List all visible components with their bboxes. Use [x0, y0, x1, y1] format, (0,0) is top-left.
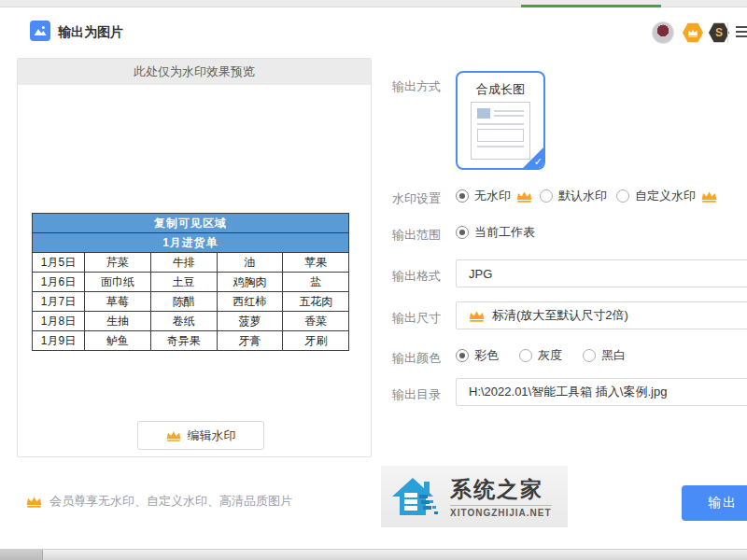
cell: 面巾纸	[85, 273, 151, 292]
coin-badge-icon[interactable]: S	[709, 22, 729, 43]
preview-banner: 此处仅为水印效果预览	[18, 59, 371, 85]
output-color-label: 输出颜色	[392, 350, 441, 367]
watermark-preview-panel: 此处仅为水印效果预览 复制可见区域 1月进货单 1月5日 芹菜 牛排 油 苹果 …	[17, 58, 372, 457]
radio-label: 灰度	[538, 347, 562, 364]
cell: 1月6日	[33, 273, 85, 292]
edit-watermark-button[interactable]: 编辑水印	[137, 421, 264, 450]
site-logo-en: XITONGZHIJIA.NET	[450, 505, 552, 518]
radio-label: 默认水印	[558, 188, 607, 204]
cell: 牛排	[150, 253, 217, 273]
table-row: 1月6日 面巾纸 土豆 鸡胸肉 盐	[33, 273, 349, 292]
cell: 陈醋	[150, 292, 217, 312]
radio-color[interactable]: 彩色	[456, 347, 499, 364]
output-format-select[interactable]: JPG	[456, 259, 747, 287]
radio-icon[interactable]	[456, 189, 469, 203]
crown-icon	[26, 496, 42, 508]
user-avatar[interactable]	[652, 21, 674, 44]
background-app-status-bar	[0, 549, 747, 560]
table-row: 1月8日 生抽 卷纸 菠萝 香菜	[33, 312, 349, 331]
preview-table: 复制可见区域 1月进货单 1月5日 芹菜 牛排 油 苹果 1月6日 面巾纸 土豆…	[32, 213, 349, 351]
radio-icon[interactable]	[456, 226, 469, 239]
crown-icon	[469, 310, 485, 322]
cell: 苹果	[283, 253, 349, 273]
radio-icon[interactable]	[456, 349, 469, 362]
cell: 卷纸	[150, 312, 217, 331]
output-format-value: JPG	[469, 267, 492, 281]
background-app-top-strip	[0, 0, 747, 7]
crown-icon	[701, 190, 717, 203]
cell: 奇异果	[150, 331, 217, 351]
output-range-label: 输出范围	[392, 227, 441, 244]
radio-label: 无水印	[474, 188, 511, 204]
cell: 1月7日	[33, 292, 85, 312]
radio-label: 彩色	[474, 347, 499, 364]
table-title: 复制可见区域	[33, 214, 349, 233]
cell: 鲈鱼	[85, 331, 151, 351]
cell: 西红柿	[217, 292, 283, 312]
table-subheader-row: 1月进货单	[33, 233, 349, 253]
cell: 1月9日	[33, 331, 85, 351]
output-size-select[interactable]: 标清(放大至默认尺寸2倍)	[456, 301, 747, 329]
radio-icon[interactable]	[519, 349, 532, 362]
crown-icon	[166, 430, 181, 441]
output-directory-input[interactable]: H:\2022.01\智能工具箱 插入\案例.jpg	[456, 378, 747, 406]
output-method-label: 输出方式	[392, 78, 441, 95]
export-button[interactable]: 输出	[682, 485, 747, 521]
status-bar-segment	[0, 550, 43, 560]
cell: 五花肉	[283, 292, 349, 312]
table-subtitle: 1月进货单	[33, 233, 349, 253]
output-format-label: 输出格式	[392, 268, 441, 285]
cell: 1月5日	[33, 253, 85, 273]
image-icon	[30, 21, 50, 41]
watermark-setting-label: 水印设置	[392, 190, 441, 207]
card-label: 合成长图	[458, 81, 543, 98]
output-size-value: 标清(放大至默认尺寸2倍)	[492, 307, 628, 324]
cell: 生抽	[85, 312, 151, 331]
cell: 油	[217, 253, 283, 273]
cell: 菠萝	[217, 312, 283, 331]
cell: 1月8日	[33, 312, 85, 331]
vip-crown-badge-icon[interactable]	[683, 22, 703, 43]
cell: 鸡胸肉	[217, 273, 283, 292]
cell: 牙膏	[217, 331, 283, 351]
radio-label: 当前工作表	[474, 224, 535, 241]
output-method-card-long-image[interactable]: 合成长图 ✓	[456, 71, 545, 170]
site-watermark-logo: 系统之家 XITONGZHIJIA.NET	[381, 466, 568, 527]
radio-default-watermark[interactable]: 默认水印	[540, 188, 607, 204]
cell: 香菜	[283, 312, 349, 331]
header-divider	[727, 22, 728, 43]
cell: 牙刷	[283, 331, 349, 351]
dialog-header: 输出为图片 S	[0, 7, 747, 52]
table-row: 1月9日 鲈鱼 奇异果 牙膏 牙刷	[33, 331, 349, 351]
check-icon: ✓	[534, 156, 543, 168]
house-logo-icon	[388, 472, 443, 521]
radio-no-watermark[interactable]: 无水印	[456, 188, 532, 204]
radio-grayscale[interactable]: 灰度	[519, 347, 562, 364]
radio-custom-watermark[interactable]: 自定义水印	[616, 188, 717, 204]
cell: 草莓	[85, 292, 151, 312]
radio-label: 自定义水印	[635, 188, 696, 204]
radio-current-sheet[interactable]: 当前工作表	[456, 224, 535, 241]
cell: 芹菜	[85, 253, 151, 273]
radio-icon[interactable]	[540, 189, 553, 203]
page-title: 输出为图片	[58, 24, 123, 41]
output-directory-value: H:\2022.01\智能工具箱 插入\案例.jpg	[469, 384, 667, 400]
vip-note-text: 会员尊享无水印、自定义水印、高清品质图片	[49, 493, 292, 510]
vip-note: 会员尊享无水印、自定义水印、高清品质图片	[26, 493, 292, 510]
table-row: 1月7日 草莓 陈醋 西红柿 五花肉	[33, 292, 349, 312]
edit-watermark-label: 编辑水印	[188, 427, 236, 444]
menu-icon[interactable]	[736, 26, 747, 39]
cell: 盐	[283, 273, 349, 292]
output-size-label: 输出尺寸	[392, 310, 441, 327]
crown-icon	[516, 190, 532, 203]
output-directory-label: 输出目录	[392, 386, 441, 403]
radio-icon[interactable]	[583, 349, 596, 362]
site-logo-cn: 系统之家	[450, 475, 552, 504]
table-row: 1月5日 芹菜 牛排 油 苹果	[33, 253, 349, 273]
table-header-row: 复制可见区域	[33, 214, 349, 233]
cell: 土豆	[150, 273, 217, 292]
radio-icon[interactable]	[616, 189, 629, 203]
radio-label: 黑白	[601, 347, 626, 364]
radio-black-white[interactable]: 黑白	[583, 347, 626, 364]
